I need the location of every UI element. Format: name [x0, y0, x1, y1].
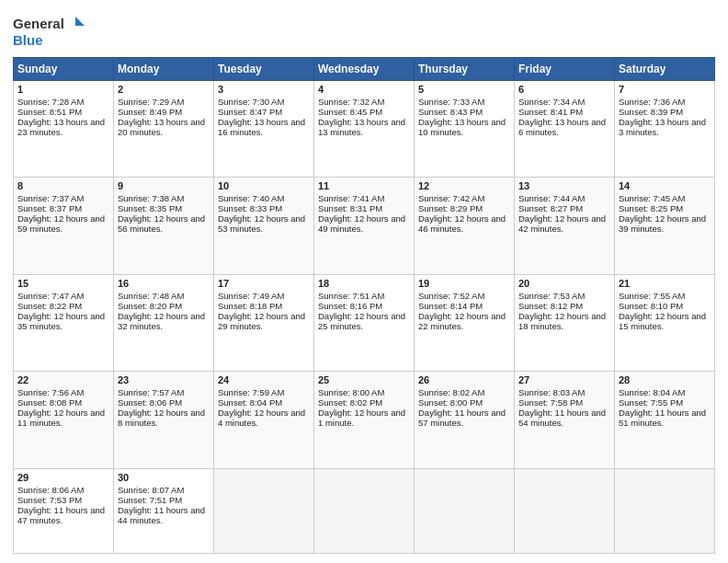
day-cell: 7Sunrise: 7:36 AMSunset: 8:39 PMDaylight… — [615, 81, 715, 178]
header-cell-saturday: Saturday — [615, 58, 715, 81]
day-cell: 27Sunrise: 8:03 AMSunset: 7:58 PMDayligh… — [515, 372, 615, 468]
day-cell: 13Sunrise: 7:44 AMSunset: 8:27 PMDayligh… — [515, 178, 615, 274]
sunrise: Sunrise: 7:40 AM — [218, 193, 284, 203]
day-number: 21 — [619, 278, 711, 289]
day-number: 5 — [418, 84, 510, 95]
week-row-5: 29Sunrise: 8:06 AMSunset: 7:53 PMDayligh… — [14, 468, 715, 553]
sunset: Sunset: 8:29 PM — [418, 203, 483, 213]
svg-marker-2 — [75, 17, 85, 26]
day-cell: 28Sunrise: 8:04 AMSunset: 7:55 PMDayligh… — [615, 372, 715, 468]
day-number: 3 — [218, 84, 310, 95]
sunrise: Sunrise: 7:28 AM — [17, 97, 84, 107]
svg-text:Blue: Blue — [13, 32, 43, 48]
sunrise: Sunrise: 7:45 AM — [619, 193, 685, 203]
sunrise: Sunrise: 7:38 AM — [118, 193, 184, 203]
daylight: Daylight: 12 hours and 8 minutes. — [118, 408, 205, 428]
sunset: Sunset: 8:16 PM — [318, 301, 382, 311]
day-cell — [515, 468, 615, 553]
sunset: Sunset: 8:12 PM — [518, 301, 583, 311]
daylight: Daylight: 12 hours and 53 minutes. — [218, 213, 305, 234]
daylight: Daylight: 11 hours and 57 minutes. — [418, 408, 506, 428]
sunrise: Sunrise: 8:06 AM — [17, 485, 84, 495]
header-cell-thursday: Thursday — [415, 58, 515, 81]
day-cell: 25Sunrise: 8:00 AMSunset: 8:02 PMDayligh… — [314, 372, 415, 468]
day-number: 7 — [619, 84, 711, 95]
svg-text:General: General — [13, 16, 64, 31]
sunrise: Sunrise: 7:34 AM — [518, 97, 585, 107]
sunset: Sunset: 8:06 PM — [118, 397, 182, 408]
day-cell: 8Sunrise: 7:37 AMSunset: 8:37 PMDaylight… — [14, 178, 114, 274]
sunrise: Sunrise: 8:02 AM — [418, 387, 484, 397]
daylight: Daylight: 12 hours and 18 minutes. — [518, 311, 606, 331]
sunset: Sunset: 8:51 PM — [17, 107, 82, 117]
day-number: 29 — [17, 472, 109, 483]
sunrise: Sunrise: 7:36 AM — [619, 97, 685, 107]
day-cell: 3Sunrise: 7:30 AMSunset: 8:47 PMDaylight… — [214, 81, 314, 178]
daylight: Daylight: 11 hours and 54 minutes. — [518, 408, 606, 428]
sunset: Sunset: 8:08 PM — [17, 397, 82, 408]
day-number: 27 — [518, 374, 610, 385]
sunrise: Sunrise: 8:07 AM — [118, 485, 184, 495]
sunrise: Sunrise: 7:47 AM — [17, 291, 84, 301]
daylight: Daylight: 12 hours and 4 minutes. — [218, 408, 305, 428]
day-cell: 29Sunrise: 8:06 AMSunset: 7:53 PMDayligh… — [14, 468, 114, 553]
day-cell: 18Sunrise: 7:51 AMSunset: 8:16 PMDayligh… — [314, 274, 415, 371]
daylight: Daylight: 12 hours and 1 minute. — [318, 408, 405, 428]
sunset: Sunset: 7:53 PM — [17, 495, 82, 505]
sunset: Sunset: 8:33 PM — [218, 203, 282, 213]
daylight: Daylight: 12 hours and 29 minutes. — [218, 311, 305, 331]
day-number: 15 — [17, 278, 109, 289]
day-number: 23 — [118, 374, 210, 385]
daylight: Daylight: 13 hours and 20 minutes. — [118, 117, 205, 137]
sunrise: Sunrise: 7:49 AM — [218, 291, 284, 301]
daylight: Daylight: 12 hours and 11 minutes. — [17, 408, 105, 428]
day-cell: 23Sunrise: 7:57 AMSunset: 8:06 PMDayligh… — [114, 372, 214, 468]
sunset: Sunset: 8:37 PM — [17, 203, 82, 213]
day-cell: 5Sunrise: 7:33 AMSunset: 8:43 PMDaylight… — [415, 81, 515, 178]
day-cell — [415, 468, 515, 553]
day-number: 4 — [318, 84, 410, 95]
logo-svg: General Blue — [13, 13, 86, 50]
daylight: Daylight: 12 hours and 59 minutes. — [17, 213, 105, 234]
day-cell: 15Sunrise: 7:47 AMSunset: 8:22 PMDayligh… — [14, 274, 114, 371]
day-cell: 16Sunrise: 7:48 AMSunset: 8:20 PMDayligh… — [114, 274, 214, 371]
day-number: 17 — [218, 278, 310, 289]
day-number: 22 — [17, 374, 109, 385]
calendar-table: SundayMondayTuesdayWednesdayThursdayFrid… — [13, 57, 715, 554]
sunset: Sunset: 8:43 PM — [418, 107, 483, 117]
sunset: Sunset: 8:10 PM — [619, 301, 683, 311]
sunrise: Sunrise: 7:30 AM — [218, 97, 284, 107]
sunset: Sunset: 8:22 PM — [17, 301, 82, 311]
daylight: Daylight: 12 hours and 46 minutes. — [418, 213, 506, 234]
day-number: 12 — [418, 180, 510, 191]
day-cell: 24Sunrise: 7:59 AMSunset: 8:04 PMDayligh… — [214, 372, 314, 468]
sunrise: Sunrise: 7:48 AM — [118, 291, 184, 301]
day-cell: 1Sunrise: 7:28 AMSunset: 8:51 PMDaylight… — [14, 81, 114, 178]
sunset: Sunset: 8:31 PM — [318, 203, 382, 213]
daylight: Daylight: 12 hours and 22 minutes. — [418, 311, 506, 331]
header: General Blue — [13, 9, 715, 50]
day-number: 19 — [418, 278, 510, 289]
sunrise: Sunrise: 7:53 AM — [518, 291, 585, 301]
header-cell-wednesday: Wednesday — [314, 58, 415, 81]
day-number: 30 — [118, 472, 210, 483]
daylight: Daylight: 13 hours and 3 minutes. — [619, 117, 706, 137]
day-cell — [214, 468, 314, 553]
day-cell: 4Sunrise: 7:32 AMSunset: 8:45 PMDaylight… — [314, 81, 415, 178]
sunset: Sunset: 8:14 PM — [418, 301, 483, 311]
day-cell: 6Sunrise: 7:34 AMSunset: 8:41 PMDaylight… — [515, 81, 615, 178]
day-cell: 2Sunrise: 7:29 AMSunset: 8:49 PMDaylight… — [114, 81, 214, 178]
header-cell-tuesday: Tuesday — [214, 58, 314, 81]
sunrise: Sunrise: 8:04 AM — [619, 387, 685, 397]
daylight: Daylight: 12 hours and 42 minutes. — [518, 213, 606, 234]
sunset: Sunset: 8:04 PM — [218, 397, 282, 408]
daylight: Daylight: 12 hours and 32 minutes. — [118, 311, 205, 331]
day-cell: 26Sunrise: 8:02 AMSunset: 8:00 PMDayligh… — [415, 372, 515, 468]
logo: General Blue — [13, 13, 86, 50]
day-number: 9 — [118, 180, 210, 191]
sunrise: Sunrise: 7:41 AM — [318, 193, 384, 203]
day-cell — [314, 468, 415, 553]
daylight: Daylight: 12 hours and 56 minutes. — [118, 213, 205, 234]
week-row-2: 8Sunrise: 7:37 AMSunset: 8:37 PMDaylight… — [14, 178, 715, 274]
sunrise: Sunrise: 7:52 AM — [418, 291, 484, 301]
